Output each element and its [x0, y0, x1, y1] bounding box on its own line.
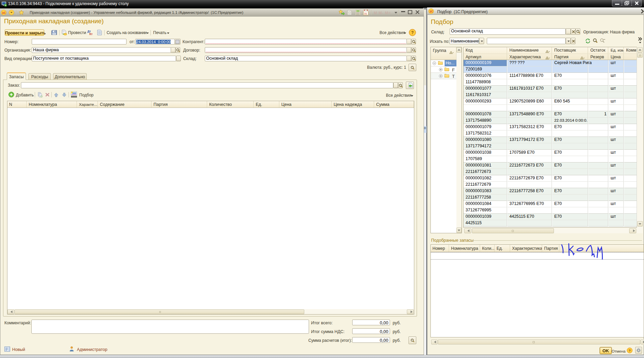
svg-text:Кт: Кт: [89, 32, 92, 35]
svg-text:?: ?: [629, 349, 631, 352]
svg-text:1С: 1С: [2, 11, 6, 14]
svg-text:?: ?: [411, 30, 414, 35]
svg-text:31: 31: [364, 12, 367, 15]
svg-text:1С: 1С: [429, 10, 433, 13]
